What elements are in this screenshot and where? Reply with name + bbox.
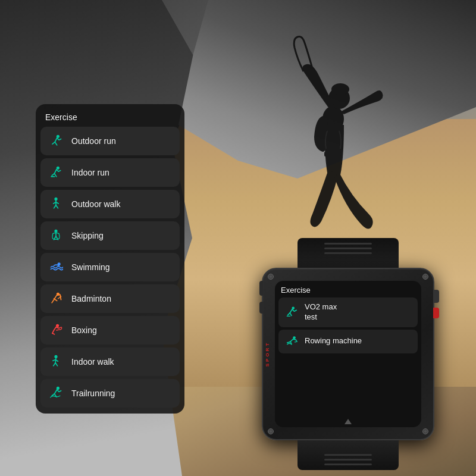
outdoor-run-icon bbox=[48, 133, 64, 149]
exercise-item-outdoor-walk[interactable]: Outdoor walk bbox=[40, 190, 180, 218]
sport-label: SPORT bbox=[265, 342, 270, 367]
watch-screen: Exercise VO2 maxtest bbox=[275, 281, 421, 427]
exercise-item-skipping[interactable]: Skipping bbox=[40, 221, 180, 250]
exercise-item-trailrunning[interactable]: Trailrunning bbox=[40, 379, 180, 408]
svg-point-2 bbox=[331, 83, 349, 95]
outdoor-walk-icon bbox=[48, 196, 64, 212]
vo2-max-label: VO2 maxtest bbox=[305, 302, 337, 322]
screw-bl bbox=[268, 428, 274, 434]
skipping-label: Skipping bbox=[71, 231, 104, 240]
trailrunning-label: Trailrunning bbox=[71, 389, 115, 398]
svg-point-5 bbox=[57, 167, 60, 170]
svg-point-11 bbox=[56, 324, 59, 327]
screw-tr bbox=[422, 274, 428, 280]
outdoor-walk-label: Outdoor walk bbox=[71, 199, 120, 209]
exercise-item-boxing[interactable]: Boxing bbox=[40, 316, 180, 345]
exercise-item-swimming[interactable]: Swimming bbox=[40, 253, 180, 281]
watch-button-1[interactable] bbox=[433, 290, 439, 303]
swimming-icon bbox=[48, 259, 64, 275]
trailrunning-icon bbox=[48, 385, 64, 402]
watch-item-rowing-machine[interactable]: Rowing machine bbox=[278, 330, 418, 353]
skipping-icon bbox=[48, 227, 64, 244]
swimming-label: Swimming bbox=[71, 262, 110, 272]
outdoor-run-label: Outdoor run bbox=[71, 136, 116, 146]
badminton-icon bbox=[48, 290, 64, 307]
rowing-machine-icon bbox=[284, 334, 299, 349]
exercise-item-badminton[interactable]: Badminton bbox=[40, 284, 180, 313]
exercise-item-outdoor-run[interactable]: Outdoor run bbox=[40, 127, 180, 155]
watch-panel-title: Exercise bbox=[275, 281, 421, 298]
boxing-label: Boxing bbox=[71, 325, 97, 335]
screw-br bbox=[422, 428, 428, 434]
boxing-icon bbox=[48, 322, 64, 339]
exercise-panel: Exercise Outdoor run Indoor run bbox=[36, 104, 184, 414]
watch: SPORT Exercise bbox=[262, 238, 458, 464]
rowing-machine-label: Rowing machine bbox=[305, 336, 362, 346]
indoor-run-icon bbox=[48, 164, 64, 181]
exercise-item-indoor-run[interactable]: Indoor run bbox=[40, 158, 180, 187]
watch-triangle bbox=[345, 419, 352, 424]
indoor-walk-label: Indoor walk bbox=[71, 357, 114, 367]
indoor-walk-icon bbox=[48, 353, 64, 370]
watch-button-2[interactable] bbox=[433, 308, 439, 318]
badminton-label: Badminton bbox=[71, 294, 111, 303]
watch-item-vo2-max[interactable]: VO2 maxtest bbox=[278, 298, 418, 327]
screw-tl bbox=[268, 274, 274, 280]
svg-point-8 bbox=[54, 230, 57, 233]
panel-title: Exercise bbox=[40, 110, 180, 127]
vo2-max-icon bbox=[284, 305, 299, 320]
indoor-run-label: Indoor run bbox=[71, 168, 109, 177]
svg-rect-3 bbox=[324, 152, 341, 156]
exercise-item-indoor-walk[interactable]: Indoor walk bbox=[40, 347, 180, 376]
